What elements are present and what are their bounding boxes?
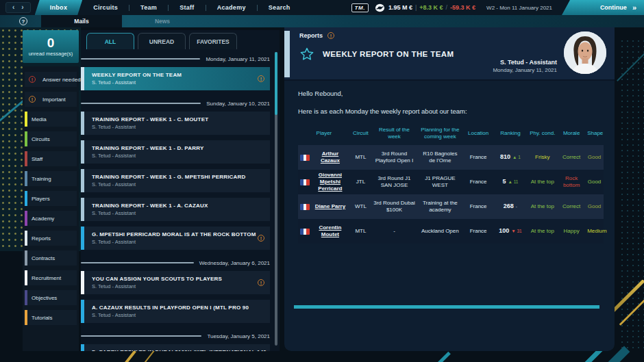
weekly-gain-value: +8.3 K € bbox=[419, 4, 443, 11]
category-color-bar bbox=[25, 171, 27, 186]
important-icon: ! bbox=[258, 235, 264, 242]
category-label: Recruitment bbox=[29, 275, 61, 281]
player-cell: Giovanni Mpetshi Perricard bbox=[298, 170, 350, 194]
sidebar-item-recruitment[interactable]: Recruitment bbox=[25, 270, 77, 285]
sidebar-item-circuits[interactable]: Circuits bbox=[25, 131, 77, 146]
mail-title: TRAINING REPORT - WEEK 1 - C. MOUTET bbox=[92, 116, 270, 122]
back-icon[interactable]: ‹ bbox=[12, 3, 14, 12]
mail-list-item[interactable]: A. CAZAUX RESULTS IN PLAYFORD OPEN I (MT… bbox=[81, 300, 270, 323]
main-tabs: InboxCircuitsTeamStaffAcademySearch bbox=[35, 0, 301, 15]
mail-tab-unread[interactable]: UNREAD bbox=[138, 33, 186, 49]
top-navigation-bar: ‹ › InboxCircuitsTeamStaffAcademySearch … bbox=[0, 0, 644, 15]
result-cell: - bbox=[371, 226, 417, 237]
mail-tab-all[interactable]: ALL bbox=[86, 33, 134, 49]
filter-label: Answer needed bbox=[40, 77, 81, 83]
player-name-link[interactable]: Arthur Cazaux bbox=[312, 151, 348, 164]
player-cell: Diane Parry bbox=[298, 201, 350, 212]
phy-cond-cell: At the top bbox=[527, 177, 558, 188]
category-color-bar bbox=[25, 310, 27, 325]
mail-list-item[interactable]: TRAINING REPORT - WEEK 1 - A. CAZAUXS. T… bbox=[81, 198, 270, 221]
category-label: Media bbox=[29, 116, 47, 122]
column-header: Player bbox=[298, 130, 350, 137]
player-name-link[interactable]: Giovanni Mpetshi Perricard bbox=[312, 172, 348, 192]
main-tab-team[interactable]: Team bbox=[129, 0, 168, 15]
mail-list-item[interactable]: TRAINING REPORT - WEEK 1 - C. MOUTETS. T… bbox=[81, 112, 270, 135]
sidebar-item-tutorials[interactable]: Tutorials bbox=[25, 310, 77, 325]
location-cell: France bbox=[463, 201, 494, 212]
column-header: Ranking bbox=[493, 130, 527, 137]
separator: | bbox=[415, 4, 417, 11]
mail-title: WEEKLY REPORT ON THE TEAM bbox=[92, 72, 270, 78]
intro-text: Here is as each Monday the weekly report… bbox=[298, 107, 604, 115]
morale-cell: Correct bbox=[558, 152, 585, 163]
dotted-pattern-right bbox=[619, 38, 644, 351]
help-icon[interactable]: ? bbox=[19, 17, 27, 25]
mail-sender: S. Tetud - Assistant bbox=[92, 210, 270, 216]
mail-list: Monday, January 11, 2021WEEKLY REPORT ON… bbox=[81, 49, 280, 351]
sidebar-item-reports[interactable]: Reports bbox=[25, 231, 77, 246]
separator-date: Wednesday, January 6, 2021 bbox=[199, 260, 270, 266]
ranking-value: 5 bbox=[502, 178, 506, 185]
mail-list-item[interactable]: D. PARRY RESULTS IN DUBAI $100K (WTL INT… bbox=[81, 344, 270, 351]
tab-mails[interactable]: Mails bbox=[41, 15, 122, 27]
shape-cell: Good bbox=[585, 152, 604, 163]
sidebar-item-academy[interactable]: Academy bbox=[25, 211, 77, 226]
money-icon bbox=[375, 3, 385, 13]
morale-cell: Correct bbox=[558, 201, 585, 212]
filter-answer-needed[interactable]: !Answer needed bbox=[25, 72, 77, 87]
mail-title: WEEKLY REPORT ON THE TEAM bbox=[323, 50, 454, 58]
player-cell: Corentin Moutet bbox=[298, 222, 350, 240]
sidebar-item-objectives[interactable]: Objectives bbox=[25, 290, 77, 305]
mail-title: YOU CAN ASSIGN YOUR SCOUTS TO PLAYERS bbox=[92, 276, 270, 282]
mail-tab-favorites[interactable]: FAVORITES bbox=[189, 33, 237, 49]
forward-icon[interactable]: › bbox=[21, 3, 23, 12]
main-tab-inbox[interactable]: Inbox bbox=[35, 0, 83, 15]
circuit-cell: MTL bbox=[350, 152, 371, 163]
mail-category-bar bbox=[81, 198, 84, 221]
main-tab-staff[interactable]: Staff bbox=[169, 0, 206, 15]
phy-cond-cell: At the top bbox=[527, 201, 558, 212]
table-row: Corentin MoutetMTL-Auckland OpenFrance10… bbox=[298, 219, 604, 244]
ranking-value: 810 bbox=[500, 153, 510, 160]
mail-sender: S. Tetud - Assistant bbox=[92, 79, 270, 86]
mail-sender: S. Tetud - Assistant bbox=[92, 181, 270, 188]
player-name-link[interactable]: Diane Parry bbox=[312, 203, 348, 210]
separator-line bbox=[81, 58, 200, 60]
sidebar-item-contracts[interactable]: Contracts bbox=[25, 250, 77, 266]
sidebar-item-training[interactable]: Training bbox=[25, 171, 77, 186]
category-label: Circuits bbox=[29, 136, 50, 142]
sidebar-item-players[interactable]: Players bbox=[25, 191, 77, 206]
favorite-star-icon[interactable] bbox=[299, 47, 314, 62]
mail-list-scrollbar[interactable] bbox=[275, 52, 277, 346]
player-name-link[interactable]: Corentin Moutet bbox=[312, 224, 348, 238]
mail-list-item[interactable]: TRAINING REPORT - WEEK 1 - D. PARRYS. Te… bbox=[81, 140, 270, 164]
mail-list-item[interactable]: G. MPETSHI PERRICARD MORAL IS AT THE ROC… bbox=[81, 227, 270, 250]
main-tab-search[interactable]: Search bbox=[258, 0, 301, 15]
flag-icon-france bbox=[300, 204, 310, 210]
sidebar-item-media[interactable]: Media bbox=[25, 112, 77, 127]
signature-divider bbox=[294, 305, 599, 309]
category-label: Contracts bbox=[29, 255, 55, 261]
mail-list-item[interactable]: TRAINING REPORT - WEEK 1 - G. MPETSHI PE… bbox=[81, 169, 270, 192]
mail-sender: S. Tetud - Assistant bbox=[92, 283, 270, 289]
main-tab-academy[interactable]: Academy bbox=[206, 0, 257, 15]
tab-news[interactable]: News bbox=[122, 15, 203, 27]
morale-cell: Happy bbox=[558, 226, 585, 237]
ranking-trend-up: ▲ 1 bbox=[512, 155, 521, 159]
scrollbar-thumb[interactable] bbox=[275, 52, 277, 115]
double-chevron-icon: » bbox=[632, 3, 636, 12]
column-header: Result of the week bbox=[371, 127, 417, 140]
mail-list-item[interactable]: WEEKLY REPORT ON THE TEAMS. Tetud - Assi… bbox=[81, 67, 270, 90]
mail-title: A. CAZAUX RESULTS IN PLAYFORD OPEN I (MT… bbox=[92, 305, 270, 311]
main-tab-circuits[interactable]: Circuits bbox=[82, 0, 129, 15]
mail-list-item[interactable]: YOU CAN ASSIGN YOUR SCOUTS TO PLAYERSS. … bbox=[81, 271, 270, 294]
ranking-cell: 5▲ 11 bbox=[493, 176, 527, 188]
weekly-loss-value: -59.3 K € bbox=[450, 4, 475, 11]
planning-cell: R10 Bagnoles de l'Orne bbox=[417, 148, 463, 167]
filter-important[interactable]: !Important bbox=[25, 92, 77, 107]
app-window: ‹ › InboxCircuitsTeamStaffAcademySearch … bbox=[0, 0, 644, 362]
mail-header: Reports ! WEEKLY REPORT ON THE TEAM S. T… bbox=[284, 26, 615, 81]
ranking-trend-up: ▲ 11 bbox=[508, 179, 518, 184]
continue-button[interactable]: Continue » bbox=[562, 0, 644, 15]
sidebar-item-staff[interactable]: Staff bbox=[25, 151, 77, 166]
